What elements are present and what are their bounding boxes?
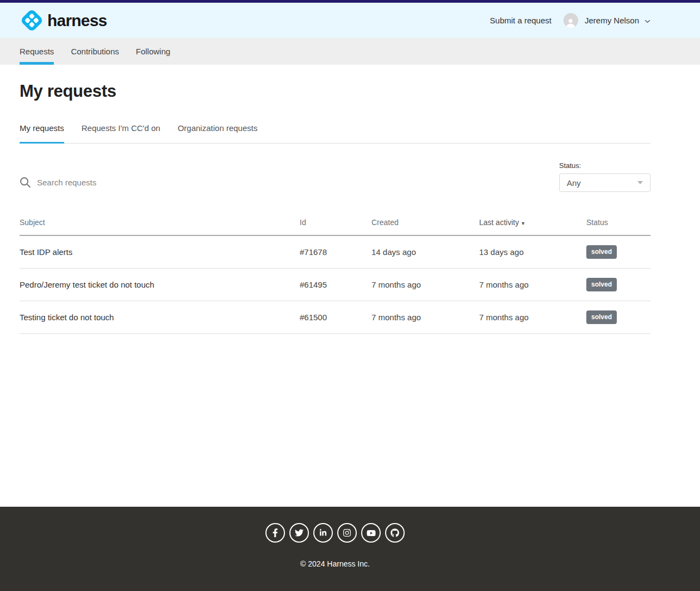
site-header: harness Submit a request Jeremy Nelson	[0, 3, 700, 38]
request-created: 14 days ago	[371, 247, 479, 257]
main-content: My requests My requests Requests I'm CC'…	[0, 65, 700, 507]
search-icon	[20, 177, 31, 188]
status-dropdown-value: Any	[567, 178, 581, 188]
user-avatar-icon	[565, 17, 576, 28]
header-user-area: Submit a request Jeremy Nelson	[490, 13, 651, 28]
github-icon	[391, 528, 399, 537]
social-links	[265, 523, 405, 543]
request-created: 7 months ago	[371, 313, 479, 322]
table-row[interactable]: Testing ticket do not touch #61500 7 mon…	[20, 301, 651, 334]
page-title: My requests	[20, 65, 651, 101]
request-subtabs: My requests Requests I'm CC'd on Organiz…	[20, 123, 651, 144]
table-row[interactable]: Pedro/Jeremy test ticket do not touch #6…	[20, 269, 651, 301]
status-badge: solved	[586, 278, 617, 291]
table-row[interactable]: Test IDP alerts #71678 14 days ago 13 da…	[20, 236, 651, 269]
youtube-icon	[367, 529, 376, 537]
column-header-subject[interactable]: Subject	[20, 218, 300, 227]
subtab-requests-ccd[interactable]: Requests I'm CC'd on	[82, 123, 160, 143]
request-created: 7 months ago	[371, 280, 479, 289]
caret-down-icon	[637, 181, 643, 184]
instagram-link[interactable]	[337, 523, 357, 543]
request-id: #71678	[300, 247, 371, 257]
subtab-my-requests[interactable]: My requests	[20, 123, 64, 143]
status-filter-label: Status:	[559, 161, 651, 170]
github-link[interactable]	[385, 523, 405, 543]
harness-logo-text: harness	[47, 11, 107, 30]
column-header-status[interactable]: Status	[586, 218, 651, 227]
request-last-activity: 7 months ago	[479, 280, 586, 289]
facebook-link[interactable]	[265, 523, 285, 543]
search-input[interactable]	[37, 178, 298, 187]
request-id: #61495	[300, 280, 371, 289]
nav-tab-following[interactable]: Following	[136, 38, 170, 65]
search-box	[20, 177, 298, 192]
primary-nav: Requests Contributions Following	[0, 38, 700, 65]
linkedin-icon	[319, 529, 327, 537]
request-subject-link[interactable]: Test IDP alerts	[20, 247, 300, 257]
facebook-icon	[272, 528, 278, 537]
status-badge: solved	[586, 310, 617, 324]
linkedin-link[interactable]	[313, 523, 333, 543]
status-dropdown[interactable]: Any	[559, 173, 651, 192]
status-badge: solved	[586, 245, 617, 258]
site-footer: © 2024 Harness Inc.	[0, 507, 700, 591]
avatar[interactable]	[563, 13, 578, 28]
instagram-icon	[343, 528, 351, 537]
request-subject-link[interactable]: Pedro/Jeremy test ticket do not touch	[20, 280, 300, 289]
copyright-text: © 2024 Harness Inc.	[300, 559, 370, 568]
request-last-activity: 7 months ago	[479, 313, 586, 322]
column-header-created[interactable]: Created	[371, 218, 479, 227]
request-id: #61500	[300, 313, 371, 322]
nav-tab-requests[interactable]: Requests	[20, 38, 54, 65]
sort-desc-icon: ▼	[521, 221, 525, 226]
nav-tab-contributions[interactable]: Contributions	[71, 38, 119, 65]
table-header-row: Subject Id Created Last activity▼ Status	[20, 213, 651, 236]
harness-logo[interactable]: harness	[20, 9, 107, 33]
request-last-activity: 13 days ago	[479, 247, 586, 257]
twitter-link[interactable]	[289, 523, 309, 543]
harness-logo-icon	[20, 9, 44, 33]
request-subject-link[interactable]: Testing ticket do not touch	[20, 313, 300, 322]
column-header-last-activity[interactable]: Last activity▼	[479, 218, 586, 227]
chevron-down-icon[interactable]	[645, 20, 651, 23]
twitter-icon	[295, 528, 303, 537]
status-filter: Status: Any	[559, 161, 651, 192]
filter-toolbar: Status: Any	[20, 161, 651, 192]
requests-table: Subject Id Created Last activity▼ Status…	[20, 213, 651, 334]
submit-request-link[interactable]: Submit a request	[490, 16, 552, 25]
user-menu[interactable]: Jeremy Nelson	[585, 16, 639, 25]
youtube-link[interactable]	[361, 523, 381, 543]
column-header-id[interactable]: Id	[300, 218, 371, 227]
subtab-organization-requests[interactable]: Organization requests	[178, 123, 258, 143]
